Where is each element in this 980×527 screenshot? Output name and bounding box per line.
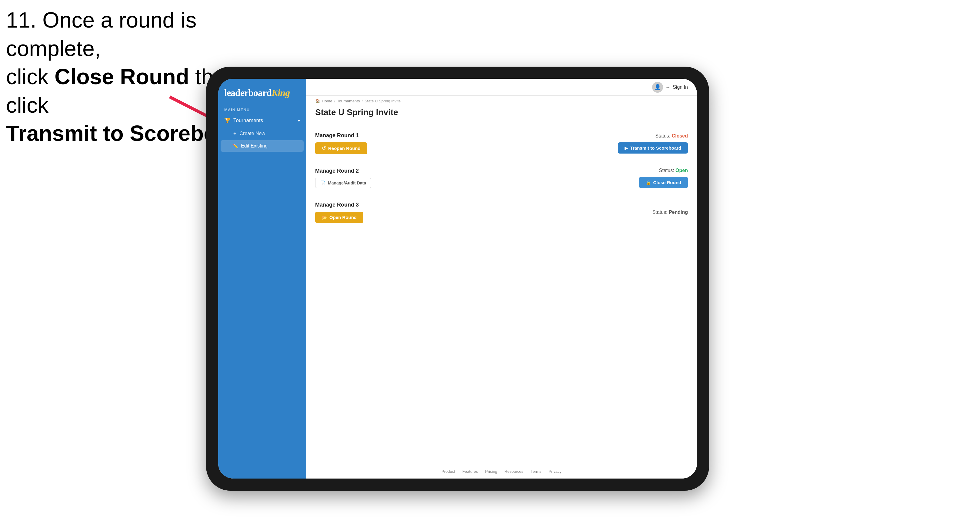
sign-in-label: Sign In [673, 84, 688, 90]
reopen-icon [322, 145, 326, 151]
logo-king: King [272, 87, 290, 98]
sidebar-edit-existing[interactable]: Edit Existing [221, 140, 304, 152]
breadcrumb-home-icon: 🏠 [315, 99, 320, 103]
status-value-1: Closed [672, 133, 688, 138]
user-avatar [652, 82, 663, 93]
open-round-label: Open Round [329, 215, 357, 220]
breadcrumb-tournaments[interactable]: Tournaments [337, 99, 360, 103]
status-label-2: Status: [659, 168, 674, 173]
chevron-down-icon [298, 117, 300, 124]
status-value-2: Open [675, 168, 688, 173]
footer-resources[interactable]: Resources [504, 469, 523, 474]
sidebar-create-new[interactable]: Create New [218, 127, 306, 140]
sidebar-item-left: Tournaments [224, 117, 263, 124]
sidebar: leaderboardKing MAIN MENU Tournaments Cr… [218, 79, 306, 479]
round-2-label: Manage Round 2 [315, 168, 371, 174]
sidebar-item-tournaments[interactable]: Tournaments [218, 114, 306, 127]
round-row-2: Manage Round 2 Manage/Audit Data Status:… [315, 161, 688, 195]
manage-audit-button[interactable]: Manage/Audit Data [315, 178, 371, 188]
close-round-button[interactable]: Close Round [639, 177, 688, 188]
doc-icon [320, 181, 325, 185]
round-1-status: Status: Closed [655, 133, 688, 139]
transmit-to-scoreboard-button[interactable]: Transmit to Scoreboard [618, 142, 688, 154]
logo-area: leaderboardKing [218, 79, 306, 105]
manage-audit-label: Manage/Audit Data [328, 181, 366, 185]
instruction-bold1: Close Round [54, 65, 189, 89]
open-icon [322, 215, 327, 220]
top-nav: Sign In [306, 79, 697, 96]
close-round-label: Close Round [653, 180, 681, 185]
tablet-device: leaderboardKing MAIN MENU Tournaments Cr… [206, 67, 709, 490]
footer-product[interactable]: Product [442, 469, 455, 474]
tournaments-label: Tournaments [233, 117, 263, 124]
signin-arrow-icon [665, 84, 670, 90]
app-logo: leaderboardKing [224, 87, 300, 98]
footer-terms[interactable]: Terms [531, 469, 541, 474]
round-3-left: Manage Round 3 Open Round [315, 202, 363, 223]
edit-existing-label: Edit Existing [241, 143, 267, 149]
round-row-3: Manage Round 3 Open Round Status: Pendin… [315, 195, 688, 230]
footer-pricing[interactable]: Pricing [485, 469, 497, 474]
round-2-right: Status: Open Close Round [639, 168, 688, 188]
footer-features[interactable]: Features [463, 469, 478, 474]
app-footer: Product Features Pricing Resources Terms… [306, 464, 697, 479]
user-icon [654, 84, 661, 90]
footer-privacy[interactable]: Privacy [549, 469, 562, 474]
round-2-left: Manage Round 2 Manage/Audit Data [315, 168, 371, 188]
app-container: leaderboardKing MAIN MENU Tournaments Cr… [218, 79, 697, 479]
instruction-line2: click [6, 65, 54, 89]
breadcrumb: 🏠 Home / Tournaments / State U Spring In… [306, 96, 697, 103]
breadcrumb-sep1: / [334, 99, 336, 103]
transmit-label: Transmit to Scoreboard [630, 145, 681, 151]
create-new-label: Create New [240, 131, 265, 136]
edit-icon [233, 143, 238, 149]
main-menu-label: MAIN MENU [218, 105, 306, 114]
sign-in-button[interactable]: Sign In [652, 82, 688, 93]
breadcrumb-sep2: / [361, 99, 363, 103]
instruction-line1: 11. Once a round is complete, [6, 8, 196, 60]
breadcrumb-current: State U Spring Invite [364, 99, 401, 103]
status-value-3: Pending [669, 210, 688, 215]
page-content: State U Spring Invite Manage Round 1 Reo… [306, 103, 697, 464]
reopen-round-button[interactable]: Reopen Round [315, 142, 367, 154]
breadcrumb-home[interactable]: Home [322, 99, 332, 103]
close-icon [646, 180, 651, 185]
trophy-icon [224, 117, 230, 124]
plus-icon [233, 130, 237, 137]
round-3-status: Status: Pending [652, 210, 688, 215]
tablet-screen: leaderboardKing MAIN MENU Tournaments Cr… [218, 79, 697, 479]
round-1-left: Manage Round 1 Reopen Round [315, 132, 367, 154]
status-label-1: Status: [655, 133, 670, 138]
main-content: Sign In 🏠 Home / Tournaments / State U S… [306, 79, 697, 479]
round-1-label: Manage Round 1 [315, 132, 367, 139]
transmit-icon [625, 145, 628, 151]
page-title: State U Spring Invite [315, 108, 688, 117]
reopen-round-label: Reopen Round [328, 146, 361, 151]
round-row-1: Manage Round 1 Reopen Round Status: Clos… [315, 126, 688, 161]
logo-leaderboard: leaderboard [224, 87, 272, 98]
open-round-button[interactable]: Open Round [315, 212, 363, 223]
round-3-right: Status: Pending [652, 210, 688, 215]
round-2-status: Status: Open [659, 168, 688, 173]
status-label-3: Status: [652, 210, 668, 215]
round-3-label: Manage Round 3 [315, 202, 363, 208]
round-1-right: Status: Closed Transmit to Scoreboard [618, 133, 688, 154]
